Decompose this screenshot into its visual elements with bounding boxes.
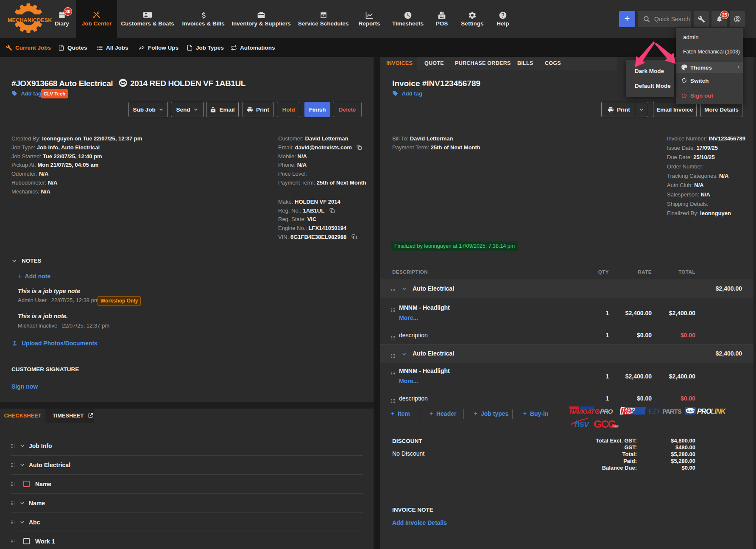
svg-text:NAVIGAT: NAVIGAT [569, 408, 595, 415]
svg-text:TURBO: TURBO [612, 426, 619, 428]
svg-text:PRO: PRO [600, 408, 613, 415]
svg-text:ONE: ONE [625, 411, 633, 415]
svg-text:EZY: EZY [648, 408, 661, 415]
svg-text:PARTS: PARTS [662, 408, 682, 415]
svg-text:LINK: LINK [711, 407, 726, 415]
svg-text:PRO: PRO [697, 407, 711, 415]
svg-text:NAPA: NAPA [687, 409, 696, 413]
svg-text:MECHANICDESK: MECHANICDESK [8, 17, 52, 23]
svg-text:hsv: hsv [575, 419, 590, 429]
